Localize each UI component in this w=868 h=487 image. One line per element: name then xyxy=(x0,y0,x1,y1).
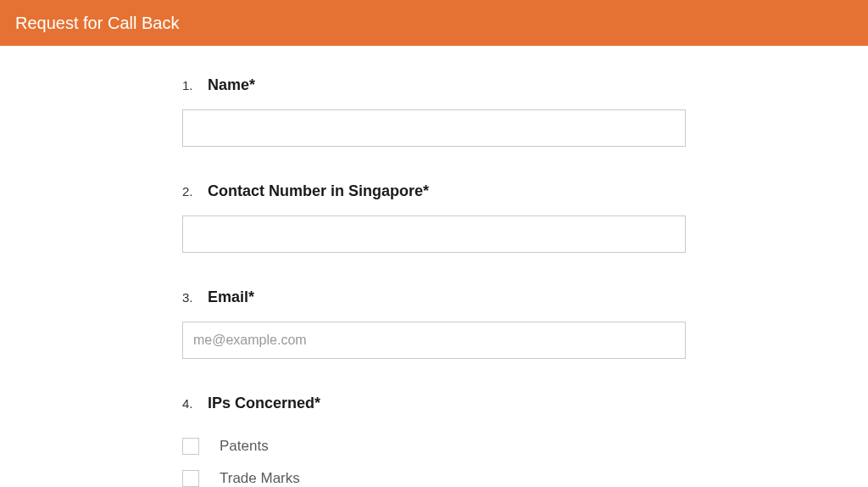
checkbox-group: Patents Trade Marks Designs xyxy=(182,433,686,487)
question-email: 3. Email* xyxy=(182,288,686,359)
question-name: 1. Name* xyxy=(182,76,686,147)
question-label: IPs Concerned* xyxy=(208,395,320,412)
contact-number-input[interactable] xyxy=(182,216,686,253)
question-header: 2. Contact Number in Singapore* xyxy=(182,182,686,200)
question-header: 1. Name* xyxy=(182,76,686,94)
checkbox-label: Patents xyxy=(220,438,269,455)
question-contact-number: 2. Contact Number in Singapore* xyxy=(182,182,686,253)
checkbox-trade-marks[interactable] xyxy=(182,470,199,487)
question-label: Contact Number in Singapore* xyxy=(208,182,429,200)
email-input[interactable] xyxy=(182,322,686,359)
checkbox-option-patents: Patents xyxy=(182,438,686,455)
form-container: 1. Name* 2. Contact Number in Singapore*… xyxy=(0,46,868,487)
question-header: 3. Email* xyxy=(182,288,686,306)
name-input[interactable] xyxy=(182,109,686,147)
checkbox-patents[interactable] xyxy=(182,438,199,455)
question-header: 4. IPs Concerned* xyxy=(182,395,686,412)
page-header: Request for Call Back xyxy=(0,0,868,46)
checkbox-option-trade-marks: Trade Marks xyxy=(182,470,686,487)
form-column: 1. Name* 2. Contact Number in Singapore*… xyxy=(182,76,686,487)
checkbox-label: Trade Marks xyxy=(220,470,300,487)
question-label: Name* xyxy=(208,76,255,94)
question-number: 1. xyxy=(182,78,208,92)
question-label: Email* xyxy=(208,288,254,306)
question-number: 3. xyxy=(182,290,208,305)
question-ips-concerned: 4. IPs Concerned* Patents Trade Marks De… xyxy=(182,395,686,487)
question-number: 2. xyxy=(182,184,208,199)
page-title: Request for Call Back xyxy=(15,14,179,33)
question-number: 4. xyxy=(182,396,208,411)
